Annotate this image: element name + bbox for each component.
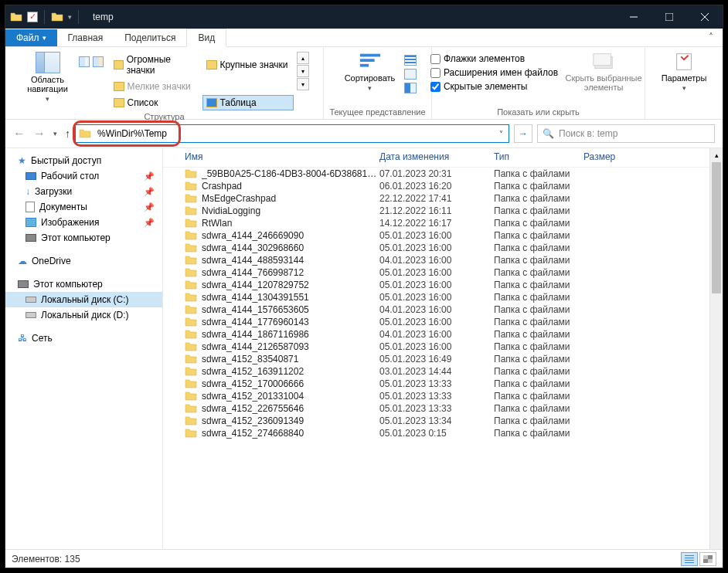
table-row[interactable]: sdwra_4152_8354087105.01.2023 16:49Папка…	[163, 353, 723, 365]
preview-pane-button[interactable]	[79, 56, 90, 67]
layout-large[interactable]: Крупные значки	[202, 52, 294, 78]
forward-button[interactable]: →	[33, 127, 46, 141]
tree-desktop[interactable]: Рабочий стол📌	[5, 168, 162, 184]
col-date[interactable]: Дата изменения	[379, 151, 494, 162]
file-name: sdwra_4152_226755646	[202, 403, 379, 414]
table-row[interactable]: sdwra_4144_130439155105.01.2023 16:00Пап…	[163, 291, 723, 303]
chk-hidden[interactable]: Скрытые элементы	[430, 81, 558, 92]
collapse-ribbon-icon[interactable]: ˄	[709, 32, 713, 42]
tree-disk-c[interactable]: Локальный диск (C:)	[5, 292, 162, 307]
qat-dropdown-icon[interactable]: ▾	[68, 13, 72, 21]
tree-network[interactable]: 🖧Сеть	[5, 331, 162, 346]
minimize-button[interactable]	[616, 5, 651, 29]
table-row[interactable]: sdwra_4144_48859314404.01.2023 16:00Папк…	[163, 254, 723, 266]
chk-extensions[interactable]: Расширения имен файлов	[430, 67, 558, 78]
table-row[interactable]: _59BB0A25-C186-4DB3-8004-6D38681EC...07.…	[163, 168, 723, 180]
table-row[interactable]: sdwra_4144_30296866005.01.2023 16:00Папк…	[163, 242, 723, 254]
layout-small[interactable]: Мелкие значки	[110, 79, 201, 94]
table-row[interactable]: sdwra_4152_20133100405.01.2023 13:33Папк…	[163, 390, 723, 402]
scroll-more-button[interactable]: ▾	[297, 78, 309, 90]
tab-file[interactable]: Файл▾	[5, 29, 57, 46]
layout-placeholder[interactable]	[202, 79, 294, 94]
col-size[interactable]: Размер	[583, 151, 645, 162]
search-placeholder: Поиск в: temp	[559, 128, 617, 139]
folder-icon	[185, 181, 197, 192]
layout-list[interactable]: Список	[110, 95, 201, 110]
file-type: Папка с файлами	[494, 267, 583, 278]
tree-quick-access[interactable]: ★Быстрый доступ	[5, 153, 162, 168]
file-type: Папка с файлами	[494, 230, 583, 241]
scroll-thumb[interactable]	[712, 162, 721, 293]
columns-header[interactable]: Имя Дата изменения Тип Размер	[163, 148, 723, 168]
table-row[interactable]: sdwra_4144_24666909005.01.2023 16:00Папк…	[163, 229, 723, 242]
col-name[interactable]: Имя	[185, 151, 379, 162]
file-rows[interactable]: _59BB0A25-C186-4DB3-8004-6D38681EC...07.…	[163, 168, 723, 554]
table-row[interactable]: sdwra_4144_212658709305.01.2023 16:00Пап…	[163, 341, 723, 353]
history-dropdown[interactable]: ▾	[53, 130, 57, 137]
nav-pane-button[interactable]: Область навигации ▾	[20, 52, 76, 103]
table-row[interactable]: Crashpad06.01.2023 16:20Папка с файлами	[163, 180, 723, 192]
size-columns-button[interactable]	[404, 83, 417, 93]
folder-icon	[185, 378, 197, 389]
file-type: Папка с файлами	[494, 193, 583, 204]
tree-this-pc-quick[interactable]: Этот компьютер	[5, 230, 162, 246]
sort-button[interactable]: Сортировать ▾	[339, 52, 401, 92]
scroll-down-button[interactable]: ▾	[297, 65, 309, 77]
table-row[interactable]: sdwra_4152_16391120203.01.2023 14:44Папк…	[163, 365, 723, 378]
address-bar[interactable]: ˅	[75, 124, 509, 143]
folder-icon	[51, 11, 63, 23]
layout-huge[interactable]: Огромные значки	[110, 52, 201, 78]
table-row[interactable]: sdwra_4152_27466884005.01.2023 0:15Папка…	[163, 427, 723, 439]
table-row[interactable]: NvidiaLogging21.12.2022 16:11Папка с фай…	[163, 205, 723, 217]
computer-icon	[26, 234, 36, 242]
folder-icon	[185, 366, 197, 377]
file-name: sdwra_4152_201331004	[202, 391, 379, 402]
group-by-button[interactable]	[404, 55, 417, 66]
table-row[interactable]: sdwra_4144_120782975205.01.2023 16:00Пап…	[163, 279, 723, 291]
search-box[interactable]: 🔍 Поиск в: temp	[537, 124, 715, 143]
address-dropdown[interactable]: ˅	[493, 130, 509, 138]
chk-item-checkboxes[interactable]: Флажки элементов	[430, 53, 558, 64]
tree-this-pc[interactable]: Этот компьютер	[5, 276, 162, 292]
status-text: Элементов: 135	[12, 554, 80, 565]
tree-documents[interactable]: Документы📌	[5, 199, 162, 215]
table-row[interactable]: sdwra_4144_177696014305.01.2023 16:00Пап…	[163, 316, 723, 328]
col-type[interactable]: Тип	[494, 151, 583, 162]
go-button[interactable]: →	[514, 124, 532, 143]
view-details-button[interactable]	[681, 552, 698, 566]
hide-selected-button[interactable]: Скрыть выбранные элементы	[561, 52, 646, 92]
up-button[interactable]: ↑	[65, 127, 70, 140]
layout-table[interactable]: Таблица	[202, 95, 294, 110]
tree-onedrive[interactable]: ☁OneDrive	[5, 253, 162, 269]
tree-disk-d[interactable]: Локальный диск (D:)	[5, 307, 162, 323]
tab-share[interactable]: Поделиться	[114, 29, 186, 46]
details-pane-button[interactable]	[93, 56, 104, 67]
close-button[interactable]	[687, 5, 723, 29]
table-row[interactable]: MsEdgeCrashpad22.12.2022 17:41Папка с фа…	[163, 192, 723, 205]
table-row[interactable]: sdwra_4152_17000666605.01.2023 13:33Папк…	[163, 378, 723, 390]
table-row[interactable]: RtWlan14.12.2022 16:17Папка с файлами	[163, 217, 723, 229]
options-button[interactable]: Параметры ▾	[653, 52, 715, 92]
add-columns-button[interactable]	[404, 69, 417, 80]
tree-downloads[interactable]: ↓Загрузки📌	[5, 184, 162, 199]
table-row[interactable]: sdwra_4144_157665360504.01.2023 16:00Пап…	[163, 303, 723, 316]
table-row[interactable]: sdwra_4144_186711698604.01.2023 16:00Пап…	[163, 328, 723, 341]
address-input[interactable]	[94, 127, 493, 141]
view-thumbnails-button[interactable]	[699, 552, 716, 566]
table-row[interactable]: sdwra_4152_22675564605.01.2023 13:33Папк…	[163, 402, 723, 415]
picture-icon	[26, 218, 36, 227]
scroll-up-button[interactable]: ▴	[710, 148, 723, 161]
scrollbar[interactable]: ▴ ▾	[709, 148, 723, 565]
file-name: RtWlan	[202, 218, 379, 229]
back-button[interactable]: ←	[13, 127, 26, 141]
table-row[interactable]: sdwra_4152_23609134905.01.2023 13:34Папк…	[163, 415, 723, 427]
maximize-button[interactable]	[651, 5, 687, 29]
title-bar[interactable]: ✓ ▾ temp	[5, 5, 723, 29]
folder-icon	[185, 391, 197, 402]
scroll-up-button[interactable]: ▴	[297, 52, 309, 64]
tab-view[interactable]: Вид	[186, 29, 226, 47]
table-row[interactable]: sdwra_4144_76699871205.01.2023 16:00Папк…	[163, 266, 723, 279]
tab-home[interactable]: Главная	[57, 29, 114, 46]
nav-tree[interactable]: ★Быстрый доступ Рабочий стол📌 ↓Загрузки📌…	[5, 148, 163, 565]
tree-pictures[interactable]: Изображения📌	[5, 215, 162, 230]
